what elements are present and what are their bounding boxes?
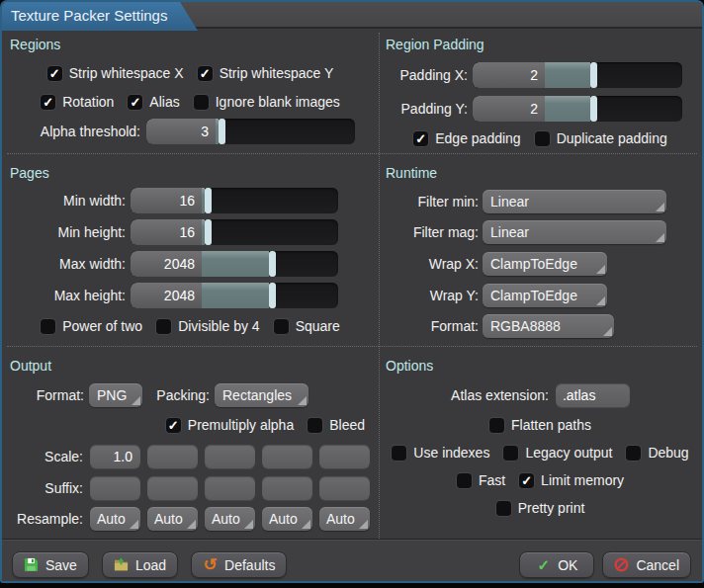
packing-select[interactable]: Rectangles xyxy=(215,383,308,407)
dropdown-arrow-icon xyxy=(596,296,605,305)
use-indexes-label: Use indexes xyxy=(413,445,489,461)
max-width-slider[interactable]: 2048 xyxy=(131,251,338,277)
defaults-button[interactable]: ↺ Defaults xyxy=(191,551,287,578)
slider-handle[interactable] xyxy=(269,283,276,308)
slider-handle[interactable] xyxy=(205,219,212,245)
slider-track[interactable] xyxy=(276,283,338,308)
divisible-by-4-checkbox[interactable] xyxy=(156,319,171,334)
output-section-title: Output xyxy=(10,358,51,374)
slider-fill xyxy=(202,251,269,277)
cancel-button-label: Cancel xyxy=(636,557,679,573)
resample-select-5[interactable]: Auto xyxy=(319,507,370,531)
max-height-slider[interactable]: 2048 xyxy=(131,283,338,308)
max-height-value[interactable]: 2048 xyxy=(131,283,202,308)
alpha-threshold-slider[interactable]: 3 xyxy=(146,119,355,144)
scale-field-2[interactable] xyxy=(147,445,198,468)
runtime-format-select[interactable]: RGBA8888 xyxy=(483,314,614,338)
ignore-blank-images-checkbox[interactable] xyxy=(194,95,209,110)
min-width-label: Min width: xyxy=(2,188,126,213)
min-height-value[interactable]: 16 xyxy=(131,219,202,245)
slider-handle[interactable] xyxy=(590,62,597,88)
strip-whitespace-x-checkbox[interactable] xyxy=(47,66,62,81)
slider-track[interactable] xyxy=(225,119,355,144)
dropdown-arrow-icon xyxy=(132,396,140,405)
slider-track[interactable] xyxy=(597,96,682,122)
premultiply-alpha-checkbox[interactable] xyxy=(166,418,181,433)
wrap-x-select[interactable]: ClampToEdge xyxy=(483,252,607,276)
padding-x-slider[interactable]: 2 xyxy=(473,62,682,88)
save-floppy-icon xyxy=(24,557,39,572)
legacy-output-checkbox[interactable] xyxy=(503,446,518,461)
alpha-threshold-value[interactable]: 3 xyxy=(146,119,216,144)
suffix-field-4[interactable] xyxy=(262,476,312,500)
title-tab: Texture Packer Settings xyxy=(2,2,198,31)
alias-label: Alias xyxy=(149,94,179,110)
slider-handle[interactable] xyxy=(205,188,212,213)
load-button[interactable]: Load xyxy=(102,551,178,578)
debug-checkbox[interactable] xyxy=(626,446,641,461)
wrap-y-select[interactable]: ClampToEdge xyxy=(483,284,607,307)
suffix-field-2[interactable] xyxy=(147,476,198,500)
edge-padding-checkbox[interactable] xyxy=(413,131,428,146)
min-height-slider[interactable]: 16 xyxy=(131,219,338,245)
output-format-select[interactable]: PNG xyxy=(89,383,142,407)
texture-packer-settings-dialog: Texture Packer Settings Regions Strip wh… xyxy=(0,0,704,583)
power-of-two-checkbox[interactable] xyxy=(41,319,55,334)
slider-handle[interactable] xyxy=(269,251,276,277)
scale-field-5[interactable] xyxy=(319,445,370,468)
scale-field-4[interactable] xyxy=(262,445,312,468)
suffix-field-3[interactable] xyxy=(205,476,255,500)
strip-whitespace-x-label: Strip whitespace X xyxy=(69,65,184,81)
suffix-label: Suffix: xyxy=(2,476,83,500)
square-checkbox[interactable] xyxy=(274,319,289,334)
ok-check-icon: ✓ xyxy=(536,557,551,572)
pretty-print-checkbox[interactable] xyxy=(496,501,511,516)
title-bar[interactable]: Texture Packer Settings xyxy=(2,2,702,29)
scale-field-1[interactable]: 1.0 xyxy=(90,445,140,468)
slider-fill xyxy=(545,62,590,88)
max-width-value[interactable]: 2048 xyxy=(131,251,202,277)
dropdown-arrow-icon xyxy=(656,203,664,211)
load-button-label: Load xyxy=(135,557,166,573)
padding-x-value[interactable]: 2 xyxy=(473,62,545,88)
strip-whitespace-y-checkbox[interactable] xyxy=(198,66,213,81)
save-button[interactable]: Save xyxy=(12,551,89,578)
ok-button[interactable]: ✓ OK xyxy=(519,551,594,578)
resample-select-4[interactable]: Auto xyxy=(262,507,312,531)
filter-min-select[interactable]: Linear xyxy=(483,190,666,213)
slider-track[interactable] xyxy=(212,188,338,213)
use-indexes-checkbox[interactable] xyxy=(392,446,406,461)
divisible-by-4-label: Divisible by 4 xyxy=(178,318,259,334)
slider-track[interactable] xyxy=(597,62,682,88)
padding-y-value[interactable]: 2 xyxy=(473,96,545,122)
slider-handle[interactable] xyxy=(219,119,225,144)
padding-x-label: Padding X: xyxy=(379,62,468,88)
resample-select-2[interactable]: Auto xyxy=(147,507,198,531)
resample-select-3[interactable]: Auto xyxy=(205,507,255,531)
resample-value: Auto xyxy=(212,511,240,527)
limit-memory-checkbox[interactable] xyxy=(519,473,534,488)
slider-handle[interactable] xyxy=(590,96,597,122)
filter-mag-select[interactable]: Linear xyxy=(483,220,666,244)
cancel-button[interactable]: Cancel xyxy=(602,551,691,578)
fast-checkbox[interactable] xyxy=(457,473,472,488)
min-width-slider[interactable]: 16 xyxy=(131,188,338,213)
resample-select-1[interactable]: Auto xyxy=(90,507,140,531)
dropdown-arrow-icon xyxy=(187,520,196,529)
max-width-label: Max width: xyxy=(2,251,126,277)
slider-track[interactable] xyxy=(276,251,338,277)
padding-y-slider[interactable]: 2 xyxy=(473,96,682,122)
bleed-checkbox[interactable] xyxy=(308,418,322,433)
alias-checkbox[interactable] xyxy=(128,95,142,110)
suffix-field-1[interactable] xyxy=(90,476,140,500)
slider-track[interactable] xyxy=(212,219,338,245)
atlas-extension-field[interactable]: .atlas xyxy=(556,383,630,407)
min-width-value[interactable]: 16 xyxy=(131,188,202,213)
suffix-field-5[interactable] xyxy=(319,476,370,500)
flatten-paths-checkbox[interactable] xyxy=(489,418,504,433)
rotation-checkbox[interactable] xyxy=(41,95,55,110)
scale-field-3[interactable] xyxy=(205,445,255,468)
wrap-x-value: ClampToEdge xyxy=(490,256,577,272)
packing-value: Rectangles xyxy=(222,387,292,403)
duplicate-padding-checkbox[interactable] xyxy=(535,131,550,146)
